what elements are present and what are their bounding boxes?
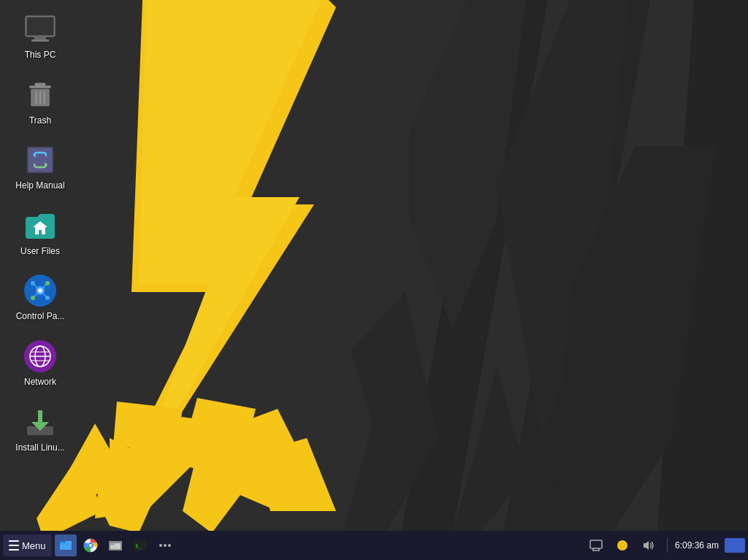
taskbar-terminal-icon: $_ <box>133 538 148 553</box>
taskbar-volume-icon <box>642 539 655 552</box>
svg-point-66 <box>89 544 92 547</box>
trash-icon <box>23 77 58 112</box>
svg-rect-62 <box>60 541 66 543</box>
taskbar-app-more[interactable] <box>154 534 176 556</box>
svg-marker-82 <box>644 541 649 550</box>
network-icon <box>23 339 58 374</box>
taskbar-files-icon <box>58 538 73 553</box>
taskbar-app-files[interactable] <box>55 534 77 556</box>
svg-point-81 <box>621 544 624 547</box>
taskbar-chrome-icon <box>83 538 98 553</box>
svg-rect-27 <box>31 39 49 42</box>
taskbar-more-icon <box>158 538 172 553</box>
taskbar-tray-monitor[interactable] <box>585 534 607 556</box>
help-manual-label: Help Manual <box>15 180 64 192</box>
this-pc-icon <box>23 12 58 47</box>
user-files-icon <box>23 208 58 243</box>
taskbar-app-terminal[interactable]: $_ <box>129 534 151 556</box>
menu-hamburger-icon <box>9 540 19 551</box>
svg-marker-20 <box>95 445 146 518</box>
desktop-icon-network[interactable]: Network <box>7 334 73 393</box>
control-panel-label: Control Pa... <box>16 311 65 323</box>
user-files-label: User Files <box>20 246 60 258</box>
svg-rect-26 <box>34 37 46 39</box>
install-linux-label: Install Linu... <box>15 442 64 454</box>
taskbar-right: 6:09:36 am <box>585 534 745 556</box>
taskbar: Menu <box>0 531 748 560</box>
svg-rect-75 <box>590 540 602 548</box>
this-pc-label: This PC <box>25 50 56 61</box>
desktop-icon-trash[interactable]: Trash <box>7 73 73 131</box>
desktop-icon-this-pc[interactable]: This PC <box>7 7 73 66</box>
taskbar-apps: $_ <box>55 534 176 556</box>
help-manual-icon <box>23 142 58 177</box>
taskbar-tray <box>585 534 660 556</box>
svg-text:$_: $_ <box>135 543 142 549</box>
taskbar-app-filemanager[interactable] <box>104 534 126 556</box>
desktop-icon-control-panel[interactable]: Control Pa... <box>7 269 73 327</box>
svg-point-74 <box>168 544 171 547</box>
svg-rect-69 <box>110 543 115 545</box>
taskbar-filemanager-icon <box>108 538 123 553</box>
svg-point-73 <box>164 544 167 547</box>
taskbar-time: 6:09:36 am <box>675 540 719 551</box>
tray-separator <box>667 538 668 553</box>
svg-rect-40 <box>39 230 42 234</box>
trash-label: Trash <box>29 115 51 127</box>
network-label: Network <box>24 377 56 388</box>
desktop-icons: This PC Trash <box>7 7 73 458</box>
control-panel-icon <box>23 273 58 308</box>
svg-marker-22 <box>113 402 183 453</box>
desktop: This PC Trash <box>0 0 748 531</box>
taskbar-menu-button[interactable]: Menu <box>3 534 52 556</box>
svg-rect-59 <box>38 410 42 422</box>
desktop-icon-install-linux[interactable]: Install Linu... <box>7 400 73 459</box>
svg-rect-25 <box>27 18 53 35</box>
desktop-icon-help-manual[interactable]: Help Manual <box>7 138 73 196</box>
desktop-icon-user-files[interactable]: User Files <box>7 204 73 262</box>
svg-point-72 <box>159 544 162 547</box>
install-linux-icon <box>23 404 58 440</box>
taskbar-tray-circle[interactable] <box>611 534 633 556</box>
taskbar-menu-label: Menu <box>22 540 46 551</box>
taskbar-circle-icon <box>616 539 629 552</box>
svg-rect-29 <box>35 83 46 86</box>
taskbar-app-chrome[interactable] <box>80 534 102 556</box>
taskbar-tray-volume[interactable] <box>638 534 660 556</box>
taskbar-monitor-icon <box>589 539 603 552</box>
workspace-indicator[interactable] <box>725 538 745 553</box>
